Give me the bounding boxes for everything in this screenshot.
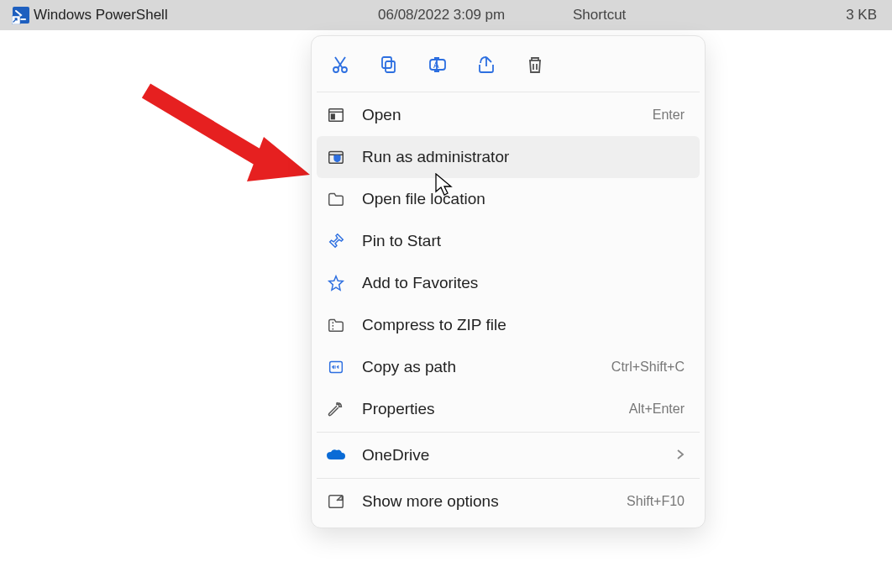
admin-shield-icon — [325, 148, 347, 166]
menu-item-hotkey: Shift+F10 — [627, 494, 685, 509]
menu-item-label: Properties — [362, 400, 614, 418]
share-button[interactable] — [470, 50, 503, 80]
copy-path-icon — [325, 358, 347, 376]
menu-item-copy-as-path[interactable]: Copy as path Ctrl+Shift+C — [317, 346, 700, 388]
menu-item-pin-to-start[interactable]: Pin to Start — [317, 220, 700, 262]
divider — [317, 432, 700, 433]
chevron-right-icon — [676, 446, 685, 465]
star-icon — [325, 274, 347, 292]
menu-item-onedrive[interactable]: OneDrive — [317, 434, 700, 476]
rename-button[interactable]: A — [421, 50, 454, 80]
context-menu: A Open Enter — [311, 35, 706, 528]
wrench-icon — [325, 400, 347, 418]
svg-rect-12 — [332, 114, 335, 119]
menu-item-label: Add to Favorites — [362, 274, 685, 292]
menu-item-label: OneDrive — [362, 446, 661, 465]
menu-item-compress-zip[interactable]: Compress to ZIP file — [317, 304, 700, 346]
menu-item-properties[interactable]: Properties Alt+Enter — [317, 388, 700, 430]
copy-button[interactable] — [372, 50, 406, 80]
annotation-arrow — [138, 82, 314, 192]
open-icon — [325, 106, 347, 124]
file-size: 3 KB — [791, 7, 884, 24]
svg-point-6 — [342, 67, 347, 72]
menu-item-label: Copy as path — [362, 358, 596, 376]
menu-item-label: Run as administrator — [362, 148, 685, 166]
context-menu-toolbar: A — [317, 41, 700, 90]
menu-item-hotkey: Ctrl+Shift+C — [611, 360, 685, 375]
svg-text:A: A — [433, 60, 439, 70]
delete-button[interactable] — [518, 50, 552, 80]
zip-icon — [325, 316, 347, 334]
svg-rect-8 — [382, 57, 391, 68]
menu-item-hotkey: Enter — [653, 108, 685, 123]
file-name: Windows PowerShell — [34, 7, 378, 24]
svg-rect-2 — [12, 16, 20, 24]
svg-rect-7 — [386, 61, 395, 72]
file-list-row[interactable]: Windows PowerShell 06/08/2022 3:09 pm Sh… — [0, 0, 892, 30]
file-type: Shortcut — [573, 7, 791, 24]
folder-icon — [325, 190, 347, 208]
powershell-shortcut-icon — [12, 6, 34, 24]
menu-item-label: Open file location — [362, 190, 685, 208]
svg-point-5 — [333, 67, 338, 72]
more-options-icon — [325, 492, 347, 511]
menu-item-open[interactable]: Open Enter — [317, 94, 700, 136]
menu-item-label: Open — [362, 106, 638, 124]
menu-item-hotkey: Alt+Enter — [629, 402, 685, 417]
divider — [317, 478, 700, 479]
pin-icon — [325, 232, 347, 250]
file-date: 06/08/2022 3:09 pm — [378, 7, 573, 24]
onedrive-icon — [325, 448, 347, 463]
menu-item-label: Pin to Start — [362, 232, 685, 250]
cut-button[interactable] — [323, 50, 357, 80]
menu-item-show-more-options[interactable]: Show more options Shift+F10 — [317, 480, 700, 522]
menu-item-open-file-location[interactable]: Open file location — [317, 178, 700, 220]
svg-marker-4 — [247, 137, 310, 181]
menu-item-run-as-administrator[interactable]: Run as administrator — [317, 136, 700, 178]
svg-line-3 — [146, 91, 270, 165]
menu-item-label: Show more options — [362, 492, 611, 511]
menu-item-add-to-favorites[interactable]: Add to Favorites — [317, 262, 700, 304]
menu-item-label: Compress to ZIP file — [362, 316, 685, 334]
divider — [317, 92, 700, 92]
